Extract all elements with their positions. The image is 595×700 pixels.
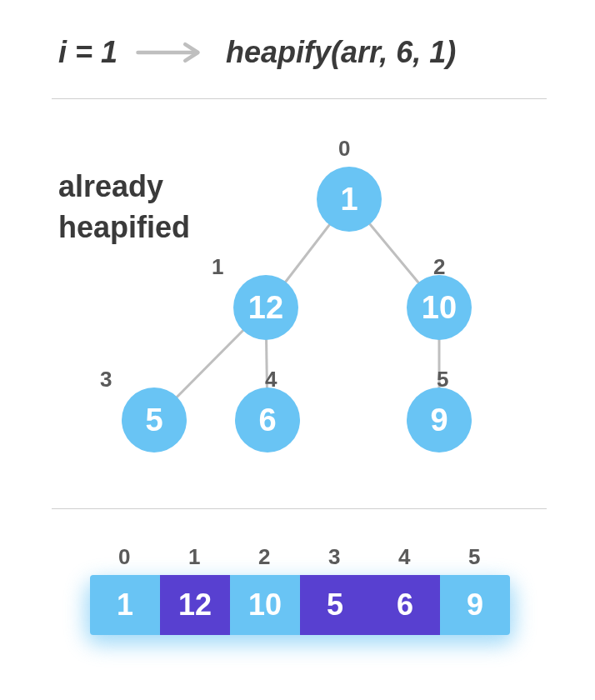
divider-top — [52, 98, 547, 99]
array-cell: 9 — [440, 575, 510, 635]
array-index: 5 — [468, 544, 480, 570]
array-index: 2 — [258, 544, 270, 570]
tree-node-index: 0 — [338, 136, 350, 162]
array-index: 0 — [118, 544, 130, 570]
arrow-right-icon — [134, 40, 209, 65]
tree-node: 12 — [233, 275, 298, 340]
tree-node: 5 — [122, 388, 187, 452]
tree-diagram: 01112210354659 — [0, 125, 595, 492]
array-cell: 6 — [370, 575, 440, 635]
array-cell: 10 — [230, 575, 300, 635]
tree-node: 10 — [407, 275, 472, 340]
header-row: i = 1 heapify(arr, 6, 1) — [58, 35, 545, 70]
array-cell: 12 — [160, 575, 230, 635]
tree-node-index: 1 — [212, 254, 223, 280]
array-index: 3 — [328, 544, 340, 570]
tree-node-index: 3 — [100, 367, 112, 392]
divider-bottom — [52, 508, 547, 509]
tree-node: 6 — [235, 388, 300, 452]
array-diagram: 01234511210569 — [0, 538, 595, 679]
function-call: heapify(arr, 6, 1) — [226, 35, 456, 70]
array-index: 1 — [188, 544, 200, 570]
tree-node: 9 — [407, 388, 472, 452]
array-index: 4 — [398, 544, 410, 570]
array-cell: 1 — [90, 575, 160, 635]
tree-node: 1 — [317, 167, 382, 232]
variable-assignment: i = 1 — [58, 35, 118, 70]
array-cell: 5 — [300, 575, 370, 635]
